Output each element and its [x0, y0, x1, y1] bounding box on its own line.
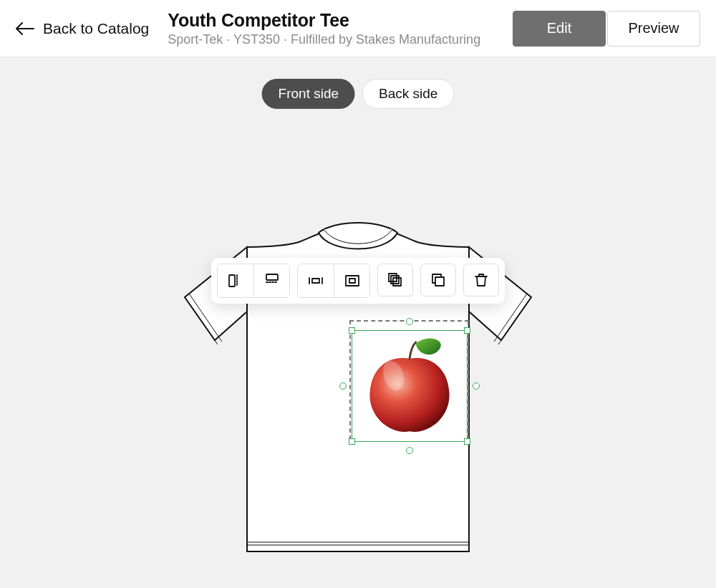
- resize-handle-br[interactable]: [464, 438, 470, 445]
- fit-horizontal-button[interactable]: [298, 264, 334, 297]
- svg-rect-3: [312, 279, 319, 283]
- header-actions: Edit Preview: [513, 11, 700, 47]
- svg-rect-7: [391, 276, 399, 284]
- svg-rect-4: [346, 276, 359, 286]
- align-vertical-center-button[interactable]: [253, 264, 289, 297]
- svg-rect-5: [349, 279, 355, 283]
- rotate-handle-left[interactable]: [339, 382, 347, 390]
- side-switch: Front side Back side: [262, 79, 455, 109]
- selected-design[interactable]: [352, 330, 468, 442]
- back-to-catalog-button[interactable]: Back to Catalog: [16, 20, 149, 37]
- svg-rect-2: [266, 274, 278, 280]
- preview-button[interactable]: Preview: [607, 11, 700, 47]
- resize-handle-tl[interactable]: [349, 327, 355, 334]
- resize-handle-bl[interactable]: [349, 438, 355, 445]
- rotate-handle-bottom[interactable]: [406, 447, 413, 454]
- resize-handle-tr[interactable]: [464, 327, 470, 334]
- rotate-handle-right[interactable]: [473, 382, 480, 390]
- duplicate-button[interactable]: [377, 264, 413, 297]
- title-block: Youth Competitor Tee Sport-Tek · YST350 …: [162, 10, 500, 47]
- fit-to-area-icon: [344, 272, 361, 289]
- product-subtitle: Sport-Tek · YST350 · Fulfilled by Stakes…: [168, 32, 500, 47]
- design-image[interactable]: [355, 334, 464, 438]
- duplicate-layer-icon: [387, 271, 404, 289]
- svg-rect-9: [435, 277, 444, 286]
- align-horizontal-center-icon: [227, 272, 244, 289]
- arrow-left-icon: [16, 22, 34, 35]
- header: Back to Catalog Youth Competitor Tee Spo…: [0, 0, 716, 57]
- back-side-tab[interactable]: Back side: [362, 79, 454, 109]
- copy-button[interactable]: [420, 264, 456, 297]
- fit-horizontal-icon: [307, 272, 324, 289]
- edit-button[interactable]: Edit: [513, 11, 606, 47]
- fit-to-area-button[interactable]: [334, 264, 369, 297]
- design-canvas: Front side Back side: [0, 57, 716, 588]
- delete-button[interactable]: [463, 264, 499, 297]
- align-horizontal-center-button[interactable]: [218, 264, 253, 297]
- copy-icon: [430, 271, 447, 289]
- product-title: Youth Competitor Tee: [168, 10, 500, 31]
- front-side-tab[interactable]: Front side: [262, 79, 355, 109]
- align-vertical-center-icon: [263, 272, 281, 289]
- trash-icon: [473, 271, 490, 289]
- back-label: Back to Catalog: [43, 20, 149, 37]
- rotate-handle-top[interactable]: [406, 318, 413, 325]
- selection-toolbar: [211, 258, 505, 304]
- svg-rect-1: [229, 275, 235, 286]
